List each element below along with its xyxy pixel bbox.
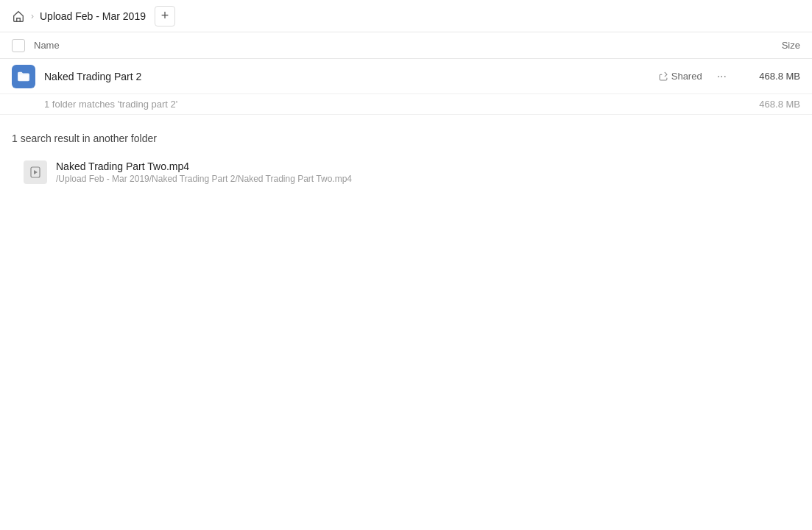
select-all-checkbox[interactable] [12,39,25,52]
matches-hint-row: 1 folder matches 'trading part 2' 468.8 … [0,94,812,115]
file-name: Naked Trading Part Two.mp4 [56,160,788,172]
more-options-button[interactable]: ··· [711,67,732,86]
svg-marker-1 [34,170,38,174]
search-result-heading: 1 search result in another folder [12,132,800,144]
search-result-section: 1 search result in another folder Naked … [0,115,812,200]
name-column-header: Name [34,40,732,51]
breadcrumb-title: Upload Feb - Mar 2019 [40,10,146,22]
file-row[interactable]: Naked Trading Part Two.mp4 /Upload Feb -… [12,153,800,191]
shared-tag: Shared [658,71,702,82]
folder-row[interactable]: Naked Trading Part 2 Shared ··· 468.8 MB [0,59,812,94]
shared-label: Shared [671,71,702,82]
size-column-header: Size [741,40,800,51]
breadcrumb-chevron: › [31,11,34,21]
matches-size: 468.8 MB [759,99,800,110]
matches-text: 1 folder matches 'trading part 2' [44,99,177,110]
add-button[interactable]: + [155,6,175,26]
folder-size: 468.8 MB [741,71,800,82]
home-button[interactable] [12,10,25,23]
file-info: Naked Trading Part Two.mp4 /Upload Feb -… [56,160,788,184]
folder-icon [12,65,35,88]
file-path: /Upload Feb - Mar 2019/Naked Trading Par… [56,174,788,184]
breadcrumb-bar: › Upload Feb - Mar 2019 + [0,0,812,32]
folder-name: Naked Trading Part 2 [44,71,649,82]
video-file-icon [24,160,47,184]
column-header-row: Name Size [0,32,812,59]
